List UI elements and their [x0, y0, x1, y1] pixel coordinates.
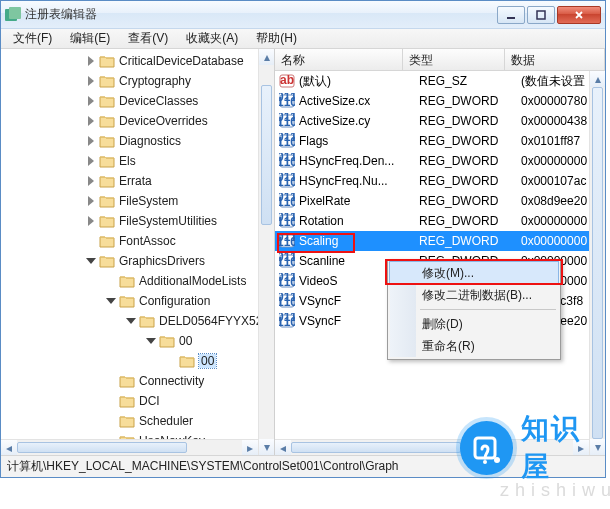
value-type: REG_DWORD	[419, 114, 521, 128]
list-hscroll-thumb[interactable]	[291, 442, 461, 453]
tree-item[interactable]: DeviceClasses	[1, 91, 274, 111]
list-row[interactable]: ActiveSize.cxREG_DWORD0x00000780	[275, 91, 605, 111]
window-frame: 注册表编辑器 文件(F) 编辑(E) 查看(V) 收藏夹(A) 帮助(H) Cr…	[0, 0, 606, 478]
tree-item[interactable]: FileSystemUtilities	[1, 211, 274, 231]
scroll-up-icon[interactable]: ▴	[259, 49, 274, 65]
list-row[interactable]: (默认)REG_SZ(数值未设置	[275, 71, 605, 91]
context-menu: 修改(M)... 修改二进制数据(B)... 删除(D) 重命名(R)	[387, 259, 561, 360]
tree-item[interactable]: AdditionalModeLists	[1, 271, 274, 291]
expander-right-icon[interactable]	[85, 195, 97, 207]
col-name[interactable]: 名称	[275, 49, 403, 70]
expander-down-icon[interactable]	[85, 255, 97, 267]
values-pane[interactable]: 名称 类型 数据 (默认)REG_SZ(数值未设置ActiveSize.cxRE…	[275, 49, 605, 455]
list-row[interactable]: RotationREG_DWORD0x00000000	[275, 211, 605, 231]
tree-item[interactable]: GraphicsDrivers	[1, 251, 274, 271]
list-row[interactable]: FlagsREG_DWORD0x0101ff87	[275, 131, 605, 151]
tree-item[interactable]: Configuration	[1, 291, 274, 311]
maximize-button[interactable]	[527, 6, 555, 24]
tree-item-label: Diagnostics	[119, 134, 181, 148]
folder-icon	[99, 134, 115, 148]
tree-pane[interactable]: CriticalDeviceDatabaseCryptographyDevice…	[1, 49, 275, 455]
tree-hscroll-thumb[interactable]	[17, 442, 187, 453]
ctx-rename[interactable]: 重命名(R)	[390, 335, 558, 357]
tree-item[interactable]: DELD0564FYYX52	[1, 311, 274, 331]
tree-item[interactable]: FileSystem	[1, 191, 274, 211]
tree-item[interactable]: DCI	[1, 391, 274, 411]
expander-down-icon[interactable]	[145, 335, 157, 347]
folder-icon	[119, 414, 135, 428]
scroll-down-icon[interactable]: ▾	[259, 439, 274, 455]
expander-none	[105, 395, 117, 407]
tree-item-label: DeviceOverrides	[119, 114, 208, 128]
scroll-right-icon[interactable]: ▸	[242, 440, 258, 455]
list-row[interactable]: PixelRateREG_DWORD0x08d9ee20	[275, 191, 605, 211]
expander-right-icon[interactable]	[85, 155, 97, 167]
list-scroll-thumb[interactable]	[592, 87, 603, 439]
tree-item-label: Els	[119, 154, 136, 168]
close-button[interactable]	[557, 6, 601, 24]
folder-icon	[139, 314, 155, 328]
folder-icon	[99, 154, 115, 168]
value-type: REG_DWORD	[419, 134, 521, 148]
titlebar[interactable]: 注册表编辑器	[1, 1, 605, 29]
expander-right-icon[interactable]	[85, 175, 97, 187]
tree-item-label: 00	[179, 334, 192, 348]
tree-item-label: Connectivity	[139, 374, 204, 388]
expander-down-icon[interactable]	[125, 315, 137, 327]
reg-binary-icon	[279, 153, 295, 169]
list-header: 名称 类型 数据	[275, 49, 605, 71]
menu-help[interactable]: 帮助(H)	[248, 28, 305, 49]
menu-edit[interactable]: 编辑(E)	[62, 28, 118, 49]
expander-right-icon[interactable]	[85, 115, 97, 127]
tree-scroll-thumb[interactable]	[261, 85, 272, 225]
tree-item[interactable]: Connectivity	[1, 371, 274, 391]
col-type[interactable]: 类型	[403, 49, 505, 70]
list-row[interactable]: HSyncFreq.Nu...REG_DWORD0x000107ac	[275, 171, 605, 191]
tree-item[interactable]: FontAssoc	[1, 231, 274, 251]
tree-item[interactable]: Els	[1, 151, 274, 171]
scroll-left-icon[interactable]: ◂	[275, 440, 291, 455]
tree-item[interactable]: Errata	[1, 171, 274, 191]
tree-item[interactable]: DeviceOverrides	[1, 111, 274, 131]
tree-item[interactable]: CriticalDeviceDatabase	[1, 51, 274, 71]
expander-down-icon[interactable]	[105, 295, 117, 307]
tree-item[interactable]: Cryptography	[1, 71, 274, 91]
tree-item[interactable]: 00	[1, 331, 274, 351]
scroll-up-icon[interactable]: ▴	[590, 71, 605, 87]
list-row[interactable]: ActiveSize.cyREG_DWORD0x00000438	[275, 111, 605, 131]
tree-item[interactable]: 00	[1, 351, 274, 371]
ctx-modify[interactable]: 修改(M)...	[390, 262, 558, 284]
tree-hscrollbar[interactable]: ◂ ▸	[1, 439, 258, 455]
folder-icon	[179, 354, 195, 368]
expander-right-icon[interactable]	[85, 55, 97, 67]
menu-file[interactable]: 文件(F)	[5, 28, 60, 49]
expander-right-icon[interactable]	[85, 75, 97, 87]
reg-binary-icon	[279, 253, 295, 269]
scroll-left-icon[interactable]: ◂	[1, 440, 17, 455]
menu-view[interactable]: 查看(V)	[120, 28, 176, 49]
reg-binary-icon	[279, 293, 295, 309]
folder-icon	[119, 394, 135, 408]
list-vscrollbar[interactable]: ▴ ▾	[589, 71, 605, 455]
tree-item[interactable]: Scheduler	[1, 411, 274, 431]
list-row[interactable]: ScalingREG_DWORD0x00000000	[275, 231, 605, 251]
tree-item-label: DCI	[139, 394, 160, 408]
expander-none	[105, 275, 117, 287]
expander-right-icon[interactable]	[85, 95, 97, 107]
value-name: Flags	[299, 134, 419, 148]
value-name: Rotation	[299, 214, 419, 228]
minimize-button[interactable]	[497, 6, 525, 24]
ctx-modify-binary[interactable]: 修改二进制数据(B)...	[390, 284, 558, 306]
tree-vscrollbar[interactable]: ▴ ▾	[258, 49, 274, 455]
col-data[interactable]: 数据	[505, 49, 605, 70]
reg-binary-icon	[279, 133, 295, 149]
tree-item[interactable]: Diagnostics	[1, 131, 274, 151]
ctx-delete[interactable]: 删除(D)	[390, 313, 558, 335]
tree-item-label: AdditionalModeLists	[139, 274, 246, 288]
tree-item-label: Errata	[119, 174, 152, 188]
menu-favorites[interactable]: 收藏夹(A)	[178, 28, 246, 49]
expander-right-icon[interactable]	[85, 135, 97, 147]
list-row[interactable]: HSyncFreq.Den...REG_DWORD0x00000000	[275, 151, 605, 171]
tree-item-label: GraphicsDrivers	[119, 254, 205, 268]
expander-right-icon[interactable]	[85, 215, 97, 227]
